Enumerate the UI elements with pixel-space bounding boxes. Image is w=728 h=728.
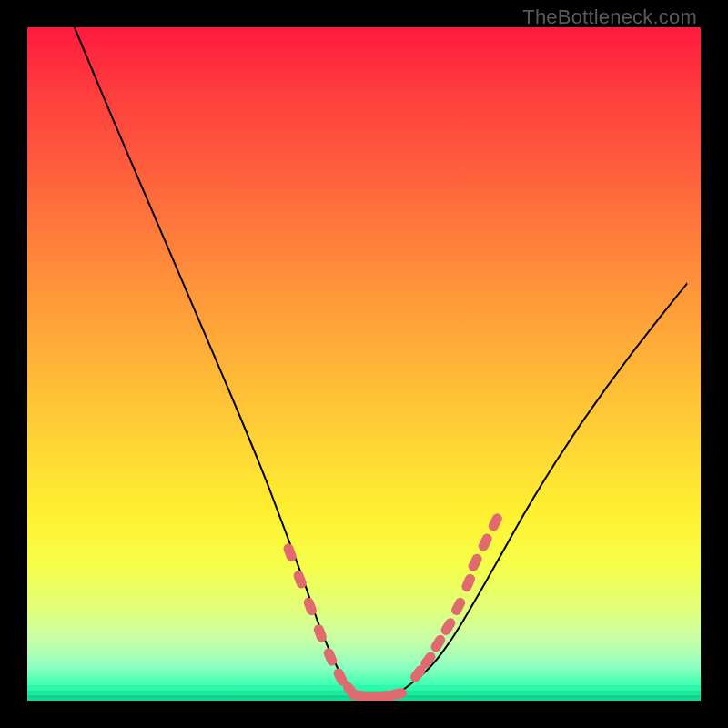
plot-area — [27, 27, 701, 701]
curve-marker — [388, 687, 408, 701]
curve-marker — [467, 552, 484, 573]
outer-frame: TheBottleneck.com — [0, 0, 728, 728]
curve-marker — [450, 596, 467, 617]
bottleneck-curve — [75, 27, 687, 697]
watermark-label: TheBottleneck.com — [522, 5, 697, 29]
curve-marker — [460, 572, 477, 593]
curve-marker — [487, 511, 504, 532]
curve-layer — [27, 27, 701, 701]
curve-marker — [477, 532, 494, 553]
